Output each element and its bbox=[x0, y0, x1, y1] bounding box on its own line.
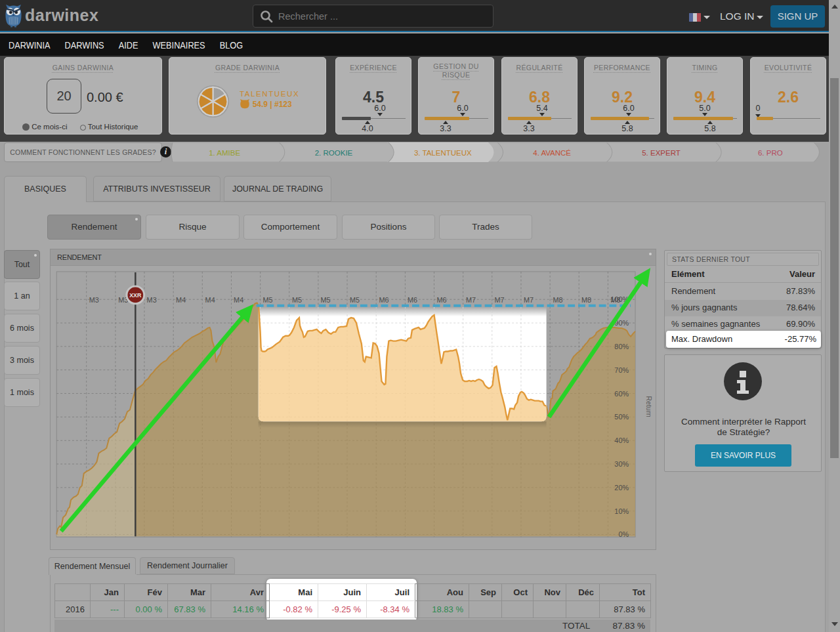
svg-text:0%: 0% bbox=[618, 530, 629, 538]
svg-text:60%: 60% bbox=[614, 390, 629, 398]
svg-text:M4: M4 bbox=[234, 296, 243, 304]
svg-text:1. AMIBE: 1. AMIBE bbox=[209, 149, 240, 157]
svg-text:3. TALENTUEUX: 3. TALENTUEUX bbox=[414, 149, 472, 157]
svg-text:M5: M5 bbox=[263, 296, 273, 304]
svg-text:M8: M8 bbox=[553, 296, 562, 304]
svg-text:50%: 50% bbox=[614, 413, 629, 421]
svg-text:M7: M7 bbox=[495, 296, 505, 304]
svg-text:M3: M3 bbox=[89, 296, 99, 304]
svg-text:4. AVANCÉ: 4. AVANCÉ bbox=[533, 149, 571, 157]
svg-text:6. PRO: 6. PRO bbox=[758, 149, 783, 157]
svg-text:M6: M6 bbox=[408, 296, 417, 304]
svg-text:70%: 70% bbox=[614, 366, 629, 374]
svg-text:2. ROOKIE: 2. ROOKIE bbox=[315, 149, 353, 157]
svg-text:20%: 20% bbox=[614, 484, 629, 492]
svg-text:M8: M8 bbox=[581, 296, 591, 304]
svg-text:M4: M4 bbox=[176, 296, 186, 304]
svg-text:M5: M5 bbox=[350, 296, 360, 304]
svg-text:40%: 40% bbox=[614, 436, 629, 444]
svg-text:M3: M3 bbox=[147, 296, 157, 304]
svg-text:M7: M7 bbox=[524, 296, 534, 304]
svg-text:M6: M6 bbox=[437, 296, 447, 304]
svg-text:M7: M7 bbox=[466, 296, 476, 304]
svg-text:M6: M6 bbox=[379, 296, 389, 304]
svg-text:M4: M4 bbox=[205, 296, 215, 304]
svg-text:Return: Return bbox=[645, 396, 653, 417]
svg-text:80%: 80% bbox=[614, 343, 629, 350]
svg-text:XXR: XXR bbox=[129, 292, 142, 299]
svg-text:30%: 30% bbox=[614, 460, 629, 468]
svg-text:M5: M5 bbox=[292, 296, 302, 304]
svg-text:M5: M5 bbox=[321, 296, 331, 304]
svg-text:10%: 10% bbox=[614, 507, 629, 515]
svg-text:5. EXPERT: 5. EXPERT bbox=[642, 149, 681, 157]
